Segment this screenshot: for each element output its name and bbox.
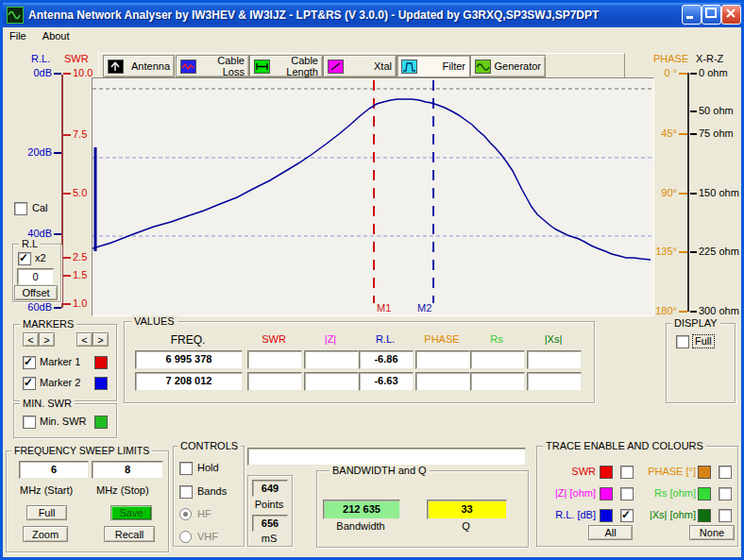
sweep-save-button[interactable]: Save <box>110 505 152 520</box>
swr-tick-2p5 <box>63 257 71 259</box>
rl-tick-60db <box>54 307 61 309</box>
swr-tick-label-2p5: 2.5 <box>73 251 87 263</box>
sweep-zoom-button[interactable]: Zoom <box>23 526 68 542</box>
sweep-full-button[interactable]: Full <box>26 505 67 520</box>
controls-group-title: CONTROLS <box>178 440 241 451</box>
marker1-swr-value <box>247 350 302 369</box>
trace-phase-checkbox[interactable] <box>719 466 732 479</box>
swr-tick-1 <box>63 303 71 305</box>
vhf-radio[interactable] <box>179 531 192 543</box>
cable-loss-mode-button[interactable]: Cable Loss <box>176 55 249 77</box>
trace-swr-swatch[interactable] <box>600 466 613 479</box>
cal-label: Cal <box>32 202 48 214</box>
header-freq: FREQ. <box>135 333 241 347</box>
trace-rs-label: Rs [ohm] <box>637 487 696 500</box>
marker1-checkbox[interactable] <box>23 356 36 369</box>
min-swr-checkbox[interactable] <box>23 416 36 429</box>
trace-swr-label: SWR <box>544 466 596 478</box>
freq-stop-input[interactable]: 8 <box>92 461 163 479</box>
points-value: 649 <box>252 480 288 497</box>
trace-none-button[interactable]: None <box>689 525 735 540</box>
trace-rl-checkbox[interactable] <box>620 509 634 522</box>
swr-tick-label-10: 10.0 <box>73 67 93 79</box>
comment-input[interactable] <box>247 448 526 466</box>
antenna-mode-button[interactable]: Antenna <box>103 55 175 77</box>
trace-rl-swatch[interactable] <box>600 509 613 522</box>
offset-value-input[interactable]: 0 <box>17 268 54 285</box>
bands-checkbox[interactable] <box>179 485 193 499</box>
app-icon <box>7 7 24 24</box>
hf-radio[interactable] <box>179 508 192 520</box>
menu-file[interactable]: File <box>3 27 33 42</box>
marker2-phase-value <box>415 372 470 391</box>
ohm-tick-0 <box>690 73 697 75</box>
ohm-tick-150 <box>690 193 697 195</box>
marker1-freq-value[interactable]: 6 995 378 <box>135 350 243 369</box>
marker2-next-button[interactable]: > <box>93 332 109 347</box>
marker1-label: Marker 1 <box>40 356 80 368</box>
hf-label: HF <box>197 508 211 520</box>
antenna-mode-label: Antenna <box>124 60 174 72</box>
filter-mode-button[interactable]: Filter <box>397 55 470 77</box>
xtal-mode-button[interactable]: Xtal <box>323 55 397 77</box>
trace-all-button[interactable]: All <box>588 525 633 540</box>
menu-about[interactable]: About <box>36 27 76 42</box>
trace-swr-checkbox[interactable] <box>620 466 634 479</box>
marker2-xs-value <box>527 372 582 391</box>
hold-label: Hold <box>197 462 219 474</box>
x2-checkbox[interactable] <box>18 252 31 265</box>
minimize-button[interactable] <box>682 5 702 25</box>
generator-mode-button[interactable]: Generator <box>470 55 546 77</box>
trace-rs-swatch[interactable] <box>698 487 711 501</box>
phase-tick-label-180: 180° <box>652 305 677 317</box>
rl-tick-0db <box>54 73 61 75</box>
cable-length-mode-button[interactable]: Cable Length <box>249 55 323 77</box>
marker2-checkbox[interactable] <box>23 377 36 390</box>
marker1-next-button[interactable]: > <box>39 332 55 347</box>
trace-phase-swatch[interactable] <box>698 466 711 479</box>
bandwidth-group-title: BANDWIDTH and Q <box>330 465 430 476</box>
rl-tick-20db <box>54 152 61 154</box>
cable-length-mode-label: Cable Length <box>270 55 322 77</box>
sweep-recall-button[interactable]: Recall <box>104 526 155 542</box>
marker2-prev-button[interactable]: < <box>76 332 93 347</box>
ohm-tick-300 <box>690 311 697 313</box>
freq-start-input[interactable]: 6 <box>19 461 89 479</box>
ms-value: 656 <box>252 515 288 532</box>
trace-xs-checkbox[interactable] <box>719 509 732 522</box>
maximize-button[interactable] <box>702 5 721 25</box>
filter-icon <box>401 59 417 74</box>
trace-rs-checkbox[interactable] <box>719 487 732 501</box>
marker1-rs-value <box>470 350 525 369</box>
swr-tick-label-1: 1.0 <box>73 297 87 310</box>
trace-rl-label: R.L. [dB] <box>544 509 596 521</box>
hold-checkbox[interactable] <box>179 462 193 475</box>
sweep-plot[interactable]: M1M2 <box>92 77 654 316</box>
ohm-tick-label-150: 150 ohm <box>699 187 739 199</box>
display-full-checkbox[interactable] <box>676 335 689 348</box>
header-swr: SWR <box>247 333 300 345</box>
min-swr-color-swatch[interactable] <box>94 416 108 429</box>
bandwidth-label: Bandwidth <box>323 520 398 533</box>
header-phase: PHASE <box>415 333 468 345</box>
marker2-z-value <box>304 372 359 391</box>
q-value: 33 <box>427 500 507 519</box>
marker1-color-swatch[interactable] <box>94 356 108 369</box>
generator-icon <box>475 59 491 74</box>
trace-xs-swatch[interactable] <box>698 509 711 522</box>
trace-z-checkbox[interactable] <box>620 487 634 501</box>
ms-label: mS <box>247 533 291 545</box>
offset-button[interactable]: Offset <box>14 285 58 300</box>
points-label: Points <box>247 499 291 511</box>
title-bar[interactable]: Antenna Network Analyser by IW3HEV & IW3… <box>3 3 741 27</box>
close-button[interactable] <box>721 5 741 25</box>
phase-tick-label-0: 0 ° <box>652 67 677 79</box>
trace-z-swatch[interactable] <box>600 487 613 501</box>
ohm-tick-label-300: 300 ohm <box>699 305 739 317</box>
cal-checkbox[interactable] <box>14 202 27 215</box>
marker2-freq-value[interactable]: 7 208 012 <box>135 372 243 391</box>
marker1-rl-value: -6.86 <box>359 350 414 369</box>
marker2-color-swatch[interactable] <box>94 377 108 390</box>
phase-tick-0 <box>679 73 687 75</box>
marker1-prev-button[interactable]: < <box>23 332 39 347</box>
